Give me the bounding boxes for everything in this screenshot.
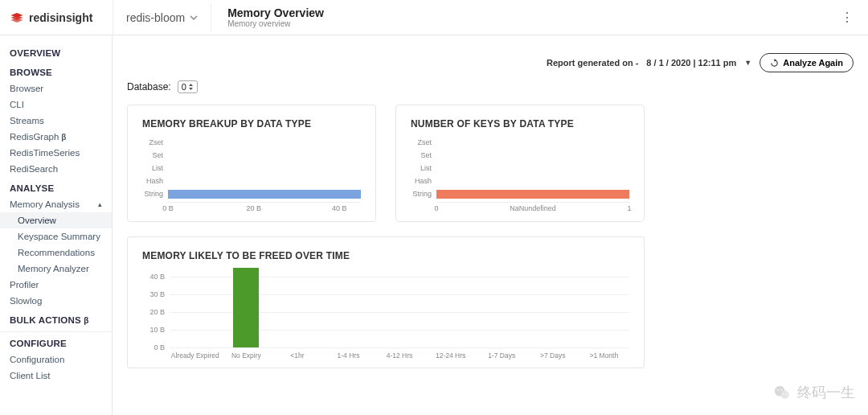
stepper-icon [188,83,194,91]
chart-tick-label: 0 B [154,343,170,351]
chart-tick-label: 10 B [149,326,170,334]
chart-row: List [411,162,629,175]
memory-freed-chart: 0 B10 B20 B30 B40 BAlready ExpiredNo Exp… [142,268,629,360]
card-title: MEMORY LIKELY TO BE FREED OVER TIME [142,250,629,261]
sidebar-subitem-overview[interactable]: Overview [0,212,112,228]
sidebar-heading[interactable]: BROWSE [0,61,112,80]
chart-category-label: Hash [142,177,168,185]
sidebar: OVERVIEWBROWSEBrowserCLIStreamsRedisGrap… [0,35,113,415]
refresh-icon [770,59,779,68]
topbar: redisinsight redis-bloom Memory Overview… [0,0,868,35]
chart-category-label: No Expiry [221,351,272,360]
redis-cube-icon [10,10,24,25]
sidebar-item-streams[interactable]: Streams [0,113,112,129]
chart-category-label: >1 Month [579,351,630,360]
sidebar-heading[interactable]: ANALYSE [0,177,112,196]
chart-slot [323,268,375,347]
chart-category-label: List [411,164,436,172]
sidebar-heading[interactable]: OVERVIEW [0,42,112,61]
database-row: Database: 0 [127,80,854,93]
chart-slot [476,268,527,347]
report-row: Report generated on - 8 / 1 / 2020 | 12:… [127,53,854,72]
chart-slot [579,268,630,347]
more-menu-icon[interactable]: ⋮ [836,10,858,25]
sidebar-item-browser[interactable]: Browser [0,80,112,97]
chart-category-label: String [142,190,168,198]
chart-slot [374,268,425,347]
chart-bar [436,190,629,199]
chart-category-label: String [411,190,436,198]
chart-bar [233,268,259,347]
chevron-down-icon[interactable]: ▼ [744,59,751,67]
sidebar-item-client-list[interactable]: Client List [0,368,112,384]
chart-tick-label: 40 B [332,204,347,212]
chart-bar [168,190,361,199]
app-logo[interactable]: redisinsight [10,10,113,25]
database-select[interactable]: 0 [178,80,198,93]
breadcrumb: Memory Overview Memory overview [211,3,340,31]
chart-category-label: >7 Days [527,351,579,360]
card-memory-breakup: MEMORY BREAKUP BY DATA TYPE ZsetSetListH… [127,105,376,222]
sidebar-heading[interactable]: CONFIGURE [0,331,112,351]
sidebar-item-configuration[interactable]: Configuration [0,351,112,368]
chart-x-axis: 0NaNundefined1 [436,202,629,213]
chart-row: Set [142,149,361,162]
sidebar-item-cli[interactable]: CLI [0,97,112,113]
chart-category-label: Set [411,151,436,159]
chart-x-axis: 0 B20 B40 B [168,202,361,213]
chart-row: String [411,187,629,200]
chart-tick-label: 20 B [246,204,261,212]
chart-tick-label: 0 B [162,204,174,212]
chart-tick-label: NaNundefined [510,204,556,212]
chart-slot [170,268,221,347]
chart-category-label: List [142,164,168,172]
sidebar-item-memory-analysis[interactable]: Memory Analysis▴ [0,196,112,212]
chart-row: String [142,187,361,200]
card-title: MEMORY BREAKUP BY DATA TYPE [142,118,361,129]
sidebar-subitem-memory-analyzer[interactable]: Memory Analyzer [0,261,112,277]
chart-row: Set [411,149,629,162]
chart-tick-label: 0 [434,204,438,212]
database-label: Database: [127,81,171,92]
chart-category-label: <1hr [272,351,323,360]
chart-grid: 0 B10 B20 B30 B40 B [170,268,629,348]
chevron-down-icon [190,14,198,22]
chart-row: Zset [411,136,629,149]
report-timestamp: 8 / 1 / 2020 | 12:11 pm [646,58,736,68]
chart-tick-label: 40 B [149,273,170,281]
number-keys-chart: ZsetSetListHashString0NaNundefined1 [411,136,629,213]
content: Report generated on - 8 / 1 / 2020 | 12:… [113,35,868,415]
chart-category-label: 4-12 Hrs [374,351,425,360]
sidebar-subitem-keyspace-summary[interactable]: Keyspace Summary [0,228,112,244]
chart-category-label: Set [142,151,168,159]
page-subtitle: Memory overview [227,19,324,28]
page-title: Memory Overview [227,6,324,19]
database-dropdown[interactable]: redis-bloom [113,0,211,35]
app-name: redisinsight [29,11,92,24]
chart-slot [221,268,272,347]
card-memory-freed: MEMORY LIKELY TO BE FREED OVER TIME 0 B1… [127,236,645,368]
sidebar-subitem-recommendations[interactable]: Recommendations [0,244,112,261]
analyze-again-button[interactable]: Analyze Again [760,53,854,72]
chart-tick-label: 30 B [149,290,170,298]
sidebar-heading[interactable]: BULK ACTIONS β [0,309,112,328]
database-name: redis-bloom [126,11,185,24]
chart-category-label: 1-7 Days [476,351,527,360]
chart-slot [272,268,323,347]
sidebar-item-profiler[interactable]: Profiler [0,277,112,293]
chart-row: Hash [142,175,361,187]
chart-slot [425,268,477,347]
sidebar-item-slowlog[interactable]: Slowlog [0,293,112,309]
sidebar-item-redisgraph[interactable]: RedisGraph β [0,129,112,145]
sidebar-item-redistimeseries[interactable]: RedisTimeSeries [0,145,112,161]
report-label: Report generated on - [547,58,638,68]
chart-category-label: Zset [411,138,436,146]
chart-x-axis: Already ExpiredNo Expiry<1hr1-4 Hrs4-12 … [170,351,629,360]
caret-up-icon: ▴ [98,200,102,208]
database-value: 0 [182,82,186,92]
chart-category-label: Zset [142,138,168,146]
sidebar-item-redisearch[interactable]: RediSearch [0,161,112,177]
chart-row: List [142,162,361,175]
chart-row: Hash [411,175,629,187]
chart-tick-label: 1 [627,204,631,212]
